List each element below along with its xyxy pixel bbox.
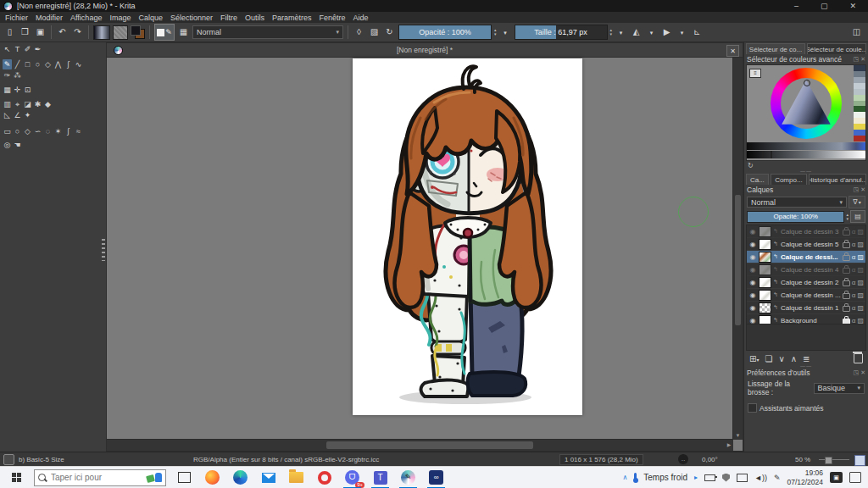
tool-color-sampler[interactable]: ⌖ xyxy=(13,99,22,109)
gradient-chooser[interactable] xyxy=(93,25,110,40)
open-document-button[interactable]: ❒ xyxy=(19,25,31,39)
tool-polygon-select[interactable]: ◇ xyxy=(23,126,32,136)
history-swatch[interactable] xyxy=(854,77,865,83)
blue-app[interactable]: ∞ xyxy=(426,468,446,487)
canvas-area[interactable]: [Non enregistré] * ✕ xyxy=(106,42,743,452)
lock-icon[interactable] xyxy=(843,280,850,286)
tool-edit-shapes[interactable]: ✐ xyxy=(23,44,32,54)
reload-preset-button[interactable]: ↻ xyxy=(383,25,396,39)
inherit-alpha-icon[interactable]: ▨ xyxy=(857,291,864,299)
history-swatch[interactable] xyxy=(854,65,865,71)
inherit-alpha-icon[interactable]: ▨ xyxy=(857,279,864,286)
blend-mode-dropdown[interactable]: Normal▾ xyxy=(192,25,343,39)
brush-presets-button[interactable]: ▦ xyxy=(177,25,190,39)
tool-polygon[interactable]: ◇ xyxy=(43,59,53,69)
alpha-icon[interactable]: α xyxy=(852,228,856,236)
lock-icon[interactable] xyxy=(843,255,850,261)
tool-fill[interactable]: ◆ xyxy=(43,99,53,109)
weather-text[interactable]: Temps froid xyxy=(643,473,687,482)
layer-thumbnail[interactable] xyxy=(759,239,771,250)
redo-button[interactable]: ↷ xyxy=(71,25,84,39)
visibility-icon[interactable]: ◉ xyxy=(748,241,757,248)
shade-strip-dark[interactable] xyxy=(747,151,809,158)
tool-magnetic-select[interactable]: ≈ xyxy=(74,126,83,136)
layer-thumbnail[interactable] xyxy=(759,252,771,263)
tool-fuzzy-select[interactable]: ✶ xyxy=(53,126,63,136)
visibility-icon[interactable]: ◉ xyxy=(748,253,757,261)
add-layer-button[interactable]: ⊞▾ xyxy=(749,354,759,363)
brush-preset-icon[interactable] xyxy=(3,454,14,465)
tool-ellipse-select[interactable]: ○ xyxy=(13,126,22,136)
inherit-alpha-icon[interactable]: ▨ xyxy=(857,241,864,248)
tool-text[interactable]: T xyxy=(13,44,22,54)
history-swatch[interactable] xyxy=(854,95,865,101)
size-options-icon[interactable]: ▾ xyxy=(615,25,627,39)
trim-button[interactable]: ⊾ xyxy=(691,25,704,39)
menu-modifier[interactable]: Modifier xyxy=(36,14,63,22)
visibility-icon[interactable]: ◉ xyxy=(748,317,757,324)
alpha-icon[interactable]: α xyxy=(852,304,856,312)
docker-float-icon[interactable]: ◳ xyxy=(854,56,860,63)
tool-polyline[interactable]: ⋀ xyxy=(53,59,63,69)
taskbar-search[interactable] xyxy=(34,469,166,486)
tab-compositions[interactable]: Compo... xyxy=(771,174,807,185)
tool-pan[interactable]: ☚ xyxy=(13,140,22,150)
opacity-slider[interactable]: Opacité : 100% xyxy=(398,25,492,40)
opacity-options-icon[interactable]: ▾ xyxy=(499,25,512,39)
history-swatch[interactable] xyxy=(854,89,865,95)
krita-app[interactable] xyxy=(398,468,418,487)
canvas-paper[interactable] xyxy=(353,58,582,415)
splitter-handle[interactable] xyxy=(102,239,105,261)
canvas-angle-text[interactable]: 0,00° xyxy=(702,456,718,463)
layer-row[interactable]: ◉ ↰ Calque de dessin 3 α ▨ xyxy=(747,225,865,238)
close-button[interactable]: ✕ xyxy=(849,2,856,10)
inherit-alpha-icon[interactable]: ▨ xyxy=(857,266,864,274)
delete-layer-button[interactable] xyxy=(854,353,863,363)
preserve-alpha-button[interactable]: ▨ xyxy=(368,25,381,39)
zoom-slider[interactable] xyxy=(819,459,849,460)
tool-ellipse[interactable]: ○ xyxy=(33,59,42,69)
layer-view-mode-button[interactable]: ▤ xyxy=(850,210,865,223)
menu-outils[interactable]: Outils xyxy=(245,14,264,22)
mirror-horizontal-button[interactable]: ◭ xyxy=(630,25,643,39)
brush-preset-name[interactable]: b) Basic-5 Size xyxy=(19,456,64,463)
clock[interactable]: 19:06 07/12/2024 xyxy=(787,469,823,485)
history-swatch[interactable] xyxy=(854,83,865,89)
layer-thumbnail[interactable] xyxy=(759,315,771,325)
layer-filter-button[interactable]: ∇▾ xyxy=(849,196,865,208)
size-slider[interactable]: Taille : 61,97 px xyxy=(515,25,608,40)
start-button[interactable] xyxy=(0,467,34,488)
menu-filtre[interactable]: Filtre xyxy=(220,14,237,22)
history-swatch[interactable] xyxy=(854,101,865,107)
maximize-button[interactable]: ▢ xyxy=(821,2,828,10)
visibility-icon[interactable]: ◉ xyxy=(748,291,757,299)
docker-float-icon[interactable]: ◳ xyxy=(854,186,860,193)
history-swatch[interactable] xyxy=(854,106,865,112)
mirror-h-options-icon[interactable]: ▾ xyxy=(645,25,658,39)
tool-freehand-path[interactable]: ∿ xyxy=(74,59,83,69)
tab-color-selector[interactable]: Sélecteur de co... xyxy=(746,43,805,54)
tab-color-selector-2[interactable]: Sélecteur de coule... xyxy=(807,43,866,54)
inherit-alpha-icon[interactable]: ▨ xyxy=(857,304,864,312)
menu-calque[interactable]: Calque xyxy=(138,14,163,22)
history-swatch[interactable] xyxy=(854,118,865,124)
minimize-button[interactable]: – xyxy=(794,2,798,10)
notification-center-icon[interactable] xyxy=(849,472,861,483)
value-strip[interactable] xyxy=(747,142,865,150)
layer-blend-mode-dropdown[interactable]: Normal▾ xyxy=(747,197,847,208)
docker-close-icon[interactable]: ✕ xyxy=(860,56,865,63)
color-history[interactable] xyxy=(854,65,865,141)
edge-app[interactable] xyxy=(231,468,250,487)
file-explorer-app[interactable] xyxy=(287,468,306,487)
tool-line[interactable]: ╱ xyxy=(13,59,22,69)
lock-icon[interactable] xyxy=(843,230,850,236)
hidden-icons-chevron[interactable]: ∧ xyxy=(622,474,627,481)
inherit-alpha-icon[interactable]: ▨ xyxy=(857,317,864,324)
document-tab[interactable]: [Non enregistré] * ✕ xyxy=(107,43,743,58)
tool-crop[interactable]: ⊡ xyxy=(23,85,32,95)
layer-thumbnail[interactable] xyxy=(759,277,771,288)
alpha-icon[interactable]: α xyxy=(852,253,856,261)
tool-zoom[interactable]: ◎ xyxy=(3,140,12,150)
alpha-icon[interactable]: α xyxy=(852,241,856,248)
task-view-button[interactable] xyxy=(175,468,194,487)
